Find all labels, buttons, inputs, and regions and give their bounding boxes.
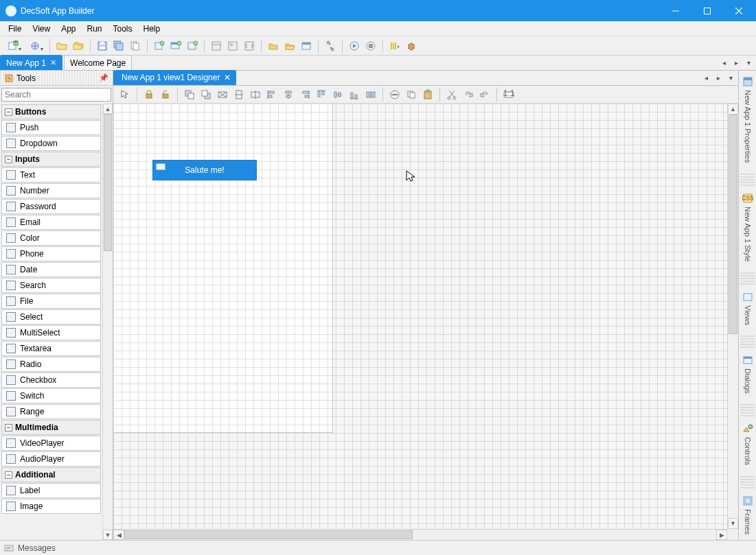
send-back-button[interactable] <box>198 87 214 102</box>
add-view-button[interactable] <box>152 38 167 54</box>
right-tab-style[interactable]: css New App 1 Style <box>740 190 755 268</box>
scroll-thumb[interactable] <box>104 114 112 251</box>
tool-item-push[interactable]: Push <box>1 120 101 135</box>
menu-help[interactable]: Help <box>138 23 166 35</box>
tool-item-text[interactable]: Text <box>1 167 101 182</box>
tab-menu-icon[interactable]: ▾ <box>744 57 753 68</box>
open-multi-button[interactable] <box>71 38 86 54</box>
tool-item-audioplayer[interactable]: AudioPlayer <box>1 451 101 467</box>
collapse-icon[interactable]: − <box>5 471 12 479</box>
tool-item-number[interactable]: Number <box>1 183 101 198</box>
align-bottom-button[interactable] <box>347 87 362 102</box>
tool-item-date[interactable]: Date <box>1 262 101 277</box>
app-files-button[interactable] <box>209 38 224 54</box>
collapse-icon[interactable]: − <box>5 424 12 432</box>
right-tab-views[interactable]: Views <box>740 289 755 331</box>
canvas-grid[interactable]: Salute me! <box>113 104 738 529</box>
close-button[interactable] <box>723 0 755 21</box>
minimize-button[interactable] <box>660 0 691 21</box>
save-button[interactable] <box>95 38 110 54</box>
unlock-button[interactable] <box>158 87 173 102</box>
copy-button[interactable] <box>404 87 419 102</box>
app-tab-newapp1[interactable]: New App 1 ✕ <box>0 55 62 70</box>
tab-next-icon[interactable]: ▸ <box>731 57 741 68</box>
same-size-button[interactable] <box>215 87 230 102</box>
scroll-right-icon[interactable]: ▶ <box>716 530 727 540</box>
messages-label[interactable]: Messages <box>18 543 56 553</box>
menu-tools[interactable]: Tools <box>108 23 138 35</box>
add-frame-button[interactable] <box>185 38 200 54</box>
close-tab-icon[interactable]: ✕ <box>50 58 56 67</box>
run-button[interactable] <box>347 38 362 54</box>
tool-item-file[interactable]: File <box>1 294 101 309</box>
scroll-down-icon[interactable]: ▼ <box>103 530 113 540</box>
folder-open-tool-button[interactable] <box>282 38 297 54</box>
canvas-vscrollbar[interactable]: ▲ ▼ <box>727 104 738 529</box>
right-tab-dialogs[interactable]: Dialogs <box>740 352 755 399</box>
design-viewport[interactable]: Salute me! <box>113 104 333 433</box>
tool-group-additional[interactable]: −Additional <box>1 467 101 482</box>
pointer-tool-button[interactable] <box>117 87 133 102</box>
tool-group-multimedia[interactable]: −Multimedia <box>1 420 101 435</box>
settings-button[interactable] <box>323 38 338 54</box>
tool-item-switch[interactable]: Switch <box>1 388 101 403</box>
tool-group-buttons[interactable]: −Buttons <box>1 104 101 119</box>
align-center-v-button[interactable] <box>330 87 345 102</box>
stop-button[interactable] <box>363 38 378 54</box>
tab-menu-icon[interactable]: ▾ <box>726 72 735 83</box>
zoom-scale-button[interactable]: 1:1 <box>501 87 516 102</box>
right-tab-controls[interactable]: Controls <box>740 421 755 471</box>
tool-item-color[interactable]: Color <box>1 231 101 246</box>
undo-button[interactable] <box>477 87 492 102</box>
scroll-up-icon[interactable]: ▲ <box>103 104 113 114</box>
scroll-down-icon[interactable]: ▼ <box>728 518 738 529</box>
tab-prev-icon[interactable]: ◂ <box>701 72 711 83</box>
menu-run[interactable]: Run <box>82 23 108 35</box>
same-width-button[interactable] <box>231 87 247 102</box>
scroll-thumb[interactable] <box>124 530 413 539</box>
redo-button[interactable] <box>461 87 476 102</box>
collapse-icon[interactable]: − <box>5 156 12 163</box>
distribute-h-button[interactable] <box>363 87 378 102</box>
messages-icon[interactable] <box>4 543 14 553</box>
tool-item-select[interactable]: Select <box>1 309 101 324</box>
add-dialog-button[interactable] <box>168 38 183 54</box>
scroll-up-icon[interactable]: ▲ <box>728 104 738 115</box>
new-app-button[interactable]: + <box>3 38 23 54</box>
open-app-button[interactable] <box>25 38 45 54</box>
scroll-thumb[interactable] <box>729 115 737 334</box>
app-resources-button[interactable] <box>225 38 240 54</box>
tools-panel-header[interactable]: Tools 📌 <box>0 71 113 86</box>
window-tool-button[interactable] <box>299 38 314 54</box>
close-tab-icon[interactable]: ✕ <box>224 73 231 82</box>
tools-search-input[interactable] <box>1 88 111 102</box>
collapse-icon[interactable]: − <box>5 108 12 116</box>
align-left-button[interactable] <box>264 87 279 102</box>
tool-item-videoplayer[interactable]: VideoPlayer <box>1 436 101 451</box>
tool-item-range[interactable]: Range <box>1 404 101 419</box>
menu-app[interactable]: App <box>56 23 81 35</box>
menu-file[interactable]: File <box>3 23 27 35</box>
align-right-button[interactable] <box>297 87 312 102</box>
tool-item-dropdown[interactable]: Dropdown <box>1 136 101 151</box>
right-tab-properties[interactable]: New App 1 Properties <box>740 73 755 168</box>
app-scripts-button[interactable] <box>242 38 257 54</box>
tab-prev-icon[interactable]: ◂ <box>719 57 729 68</box>
tool-item-search[interactable]: Search <box>1 278 101 293</box>
tab-next-icon[interactable]: ▸ <box>713 72 723 83</box>
delete-button[interactable] <box>387 87 402 102</box>
tool-item-password[interactable]: Password <box>1 199 101 214</box>
debug-bug-button[interactable] <box>404 38 419 54</box>
paste-button[interactable] <box>420 87 435 102</box>
maximize-button[interactable] <box>691 0 723 21</box>
tool-item-label[interactable]: Label <box>1 483 101 498</box>
tool-item-email[interactable]: Email <box>1 215 101 230</box>
tools-scrollbar[interactable]: ▲ ▼ <box>102 104 113 540</box>
folder-tool-button[interactable] <box>266 38 281 54</box>
same-height-button[interactable] <box>248 87 263 102</box>
canvas-hscrollbar[interactable]: ◀ ▶ <box>113 529 727 540</box>
tool-item-textarea[interactable]: Textarea <box>1 341 101 356</box>
tool-item-phone[interactable]: Phone <box>1 246 101 261</box>
pin-icon[interactable]: 📌 <box>99 73 108 82</box>
designer-tab-view1[interactable]: New App 1 view1 Designer ✕ <box>116 70 236 85</box>
